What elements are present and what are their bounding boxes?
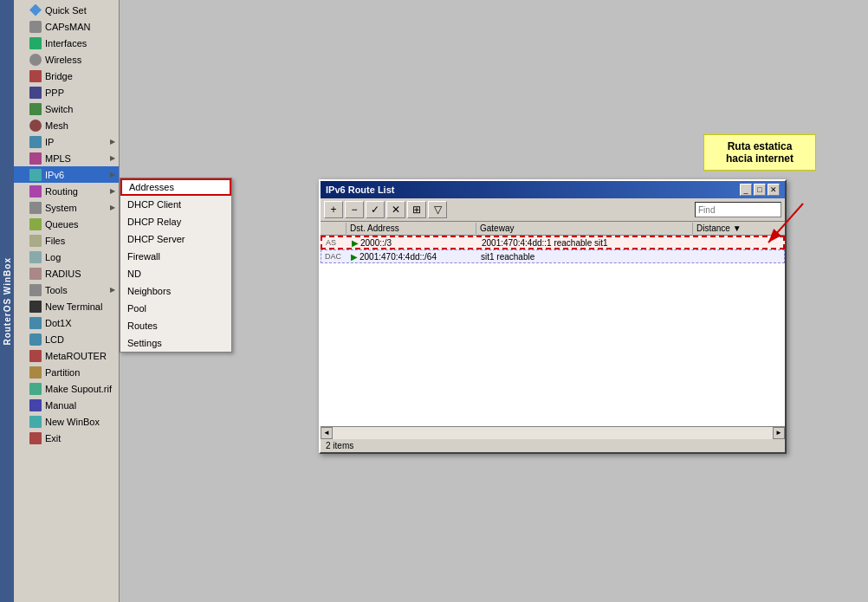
sidebar-item-ip[interactable]: IP ▶	[14, 133, 119, 150]
row-gateway: 2001:470:4:4dd::1 reachable sit1	[478, 238, 669, 248]
sidebar-item-label: Dot1X	[45, 318, 72, 328]
window-close[interactable]: ✕	[768, 184, 780, 196]
window-title: IPv6 Route List	[326, 184, 394, 195]
partition-icon	[29, 366, 42, 379]
submenu-arrow: ▶	[110, 286, 115, 294]
sidebar-item-exit[interactable]: Exit	[14, 430, 119, 446]
statusbar: 2 items	[321, 438, 785, 452]
winbox-label: RouterOS WinBox	[0, 0, 14, 602]
wireless-icon	[29, 54, 42, 66]
col-header-flags[interactable]	[321, 223, 347, 234]
mesh-icon	[29, 120, 42, 132]
toolbar-find	[695, 202, 781, 217]
sidebar-items: Quick Set CAPsMAN Interfaces Wireless Br…	[14, 0, 119, 446]
table-header: Dst. Address Gateway Distance ▼	[321, 222, 785, 236]
tooltip-box: Ruta estatica hacia internet	[703, 134, 816, 171]
submenu-item-pool[interactable]: Pool	[120, 300, 231, 317]
submenu-item-firewall[interactable]: Firewall	[120, 248, 231, 265]
sidebar-item-label: Bridge	[45, 71, 73, 81]
toolbar-check[interactable]: ✓	[366, 201, 385, 218]
mpls-icon	[29, 152, 42, 165]
sidebar-item-label: IPv6	[45, 170, 64, 180]
toolbar-remove[interactable]: −	[345, 201, 364, 218]
sidebar-item-system[interactable]: System ▶	[14, 199, 119, 216]
col-header-dst[interactable]: Dst. Address	[347, 223, 476, 234]
sidebar-item-label: Routing	[45, 186, 78, 197]
quick-set-icon	[29, 4, 42, 16]
tools-icon	[29, 284, 42, 296]
sidebar-item-dot1x[interactable]: Dot1X	[14, 314, 119, 331]
queues-icon	[29, 218, 42, 230]
sidebar-item-label: MetaROUTER	[45, 351, 107, 361]
submenu-item-addresses[interactable]: Addresses	[120, 178, 231, 196]
sidebar-item-manual[interactable]: Manual	[14, 397, 119, 413]
toolbar-copy[interactable]: ⊞	[407, 201, 426, 218]
sidebar-item-bridge[interactable]: Bridge	[14, 68, 119, 84]
sidebar-item-switch[interactable]: Switch	[14, 100, 119, 117]
sidebar-item-partition[interactable]: Partition	[14, 364, 119, 380]
sidebar-item-wireless[interactable]: Wireless	[14, 51, 119, 68]
table-row[interactable]: AS ▶2000::/3 2001:470:4:4dd::1 reachable…	[321, 236, 785, 249]
sidebar-item-mpls[interactable]: MPLS ▶	[14, 150, 119, 166]
submenu-item-nd[interactable]: ND	[120, 265, 231, 282]
find-input[interactable]	[695, 202, 781, 217]
row-flag: AS	[322, 238, 348, 247]
sidebar-item-interfaces[interactable]: Interfaces	[14, 35, 119, 51]
dot1x-icon	[29, 317, 42, 329]
toolbar-cancel[interactable]: ✕	[386, 201, 405, 218]
sidebar-item-label: LCD	[45, 334, 64, 345]
lcd-icon	[29, 333, 42, 346]
submenu-item-neighbors[interactable]: Neighbors	[120, 282, 231, 300]
scroll-left[interactable]: ◄	[321, 427, 333, 439]
sidebar-item-label: Quick Set	[45, 5, 87, 16]
sidebar-item-label: Manual	[45, 400, 76, 411]
scroll-right[interactable]: ►	[773, 427, 785, 439]
sidebar-item-lcd[interactable]: LCD	[14, 331, 119, 347]
sidebar-item-mesh[interactable]: Mesh	[14, 117, 119, 133]
sidebar-item-queues[interactable]: Queues	[14, 216, 119, 232]
col-header-gateway[interactable]: Gateway	[476, 223, 693, 234]
bridge-icon	[29, 70, 42, 82]
toolbar-add[interactable]: +	[324, 201, 343, 218]
submenu-item-routes[interactable]: Routes	[120, 317, 231, 334]
sidebar-item-label: Interfaces	[45, 38, 87, 49]
sidebar-item-newwinbox[interactable]: New WinBox	[14, 413, 119, 430]
table-row[interactable]: DAC ▶2001:470:4:4dd::/64 sit1 reachable	[321, 249, 785, 263]
ppp-icon	[29, 87, 42, 99]
row-gateway: sit1 reachable	[477, 252, 668, 262]
sidebar-item-log[interactable]: Log	[14, 249, 119, 265]
sidebar-item-quick-set[interactable]: Quick Set	[14, 2, 119, 18]
makesupout-icon	[29, 383, 42, 395]
submenu-arrow: ▶	[110, 171, 115, 178]
submenu-item-dhcp-server[interactable]: DHCP Server	[120, 230, 231, 248]
sidebar-item-label: CAPsMAN	[45, 22, 91, 32]
sidebar-item-makesupout[interactable]: Make Supout.rif	[14, 380, 119, 397]
submenu-arrow: ▶	[110, 204, 115, 211]
sidebar-item-capsman[interactable]: CAPsMAN	[14, 18, 119, 35]
sidebar-item-ipv6[interactable]: IPv6 ▶	[14, 166, 119, 183]
sidebar-item-label: New Terminal	[45, 301, 102, 312]
sidebar-item-label: Queues	[45, 219, 79, 230]
sidebar-item-label: Mesh	[45, 120, 68, 131]
sidebar-item-routing[interactable]: Routing ▶	[14, 183, 119, 199]
sidebar-item-radius[interactable]: RADIUS	[14, 265, 119, 282]
submenu-item-dhcp-client[interactable]: DHCP Client	[120, 196, 231, 213]
sidebar-item-ppp[interactable]: PPP	[14, 84, 119, 100]
toolbar-filter[interactable]: ▽	[428, 201, 447, 218]
submenu-item-dhcp-relay[interactable]: DHCP Relay	[120, 213, 231, 230]
sidebar-item-label: System	[45, 203, 77, 213]
window-minimize[interactable]: _	[740, 184, 752, 196]
sidebar-item-metarouter[interactable]: MetaROUTER	[14, 347, 119, 364]
sidebar-item-label: Tools	[45, 285, 68, 295]
col-header-distance[interactable]: Distance ▼	[693, 223, 785, 234]
sidebar-item-label: Partition	[45, 367, 80, 378]
sidebar-item-label: RADIUS	[45, 269, 81, 279]
scroll-track[interactable]	[333, 427, 773, 439]
window-maximize[interactable]: □	[754, 184, 766, 196]
sidebar-item-new-terminal[interactable]: New Terminal	[14, 298, 119, 314]
sidebar-item-tools[interactable]: Tools ▶	[14, 282, 119, 298]
submenu-arrow: ▶	[110, 187, 115, 195]
sidebar-item-files[interactable]: Files	[14, 232, 119, 249]
exit-icon	[29, 432, 42, 444]
submenu-item-settings[interactable]: Settings	[120, 334, 231, 352]
